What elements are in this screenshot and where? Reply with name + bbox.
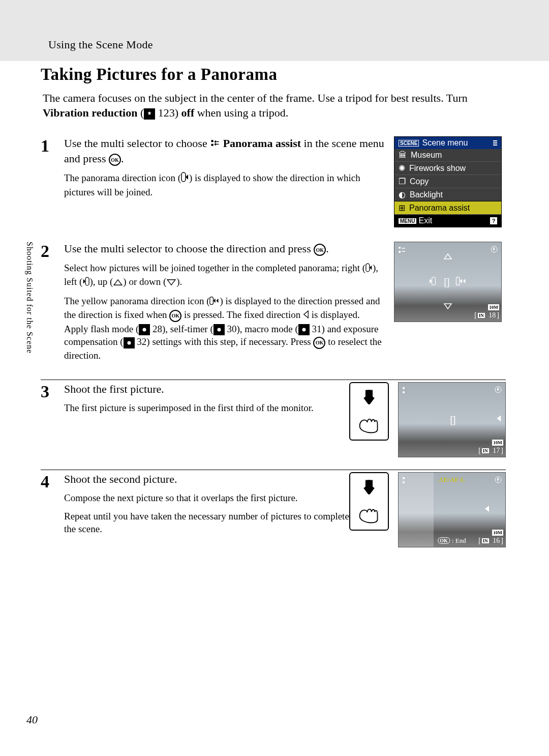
ok-button-icon: OK	[109, 154, 121, 166]
menu-scroll-icon	[493, 140, 497, 146]
page-number: 40	[26, 713, 38, 726]
svg-rect-9	[399, 251, 401, 253]
step-2-desc-2: The yellow panorama direction icon () is…	[64, 295, 385, 362]
image-size-badge: 10M	[492, 530, 503, 536]
menu-item-copy[interactable]: ❐Copy	[394, 175, 501, 188]
fireworks-icon: ✺	[399, 163, 405, 173]
menu-item-fireworks[interactable]: ✺Fireworks show	[394, 162, 501, 175]
ref-icon	[298, 324, 310, 335]
ae-af-lock-label: AE/AF-L	[439, 476, 465, 484]
svg-rect-17	[365, 480, 373, 490]
flash-auto-icon	[494, 476, 502, 484]
dir-right-icon	[484, 505, 490, 515]
svg-point-5	[217, 328, 221, 332]
svg-point-4	[143, 328, 146, 332]
focus-brackets-icon: [ ]	[450, 414, 453, 425]
ok-button-icon: OK	[314, 244, 326, 256]
dir-down-icon	[444, 302, 452, 311]
direction-down-icon	[166, 276, 176, 289]
dir-left-icon	[429, 276, 436, 287]
shot-count: [IN 18]	[474, 311, 499, 319]
shutter-press-illustration	[349, 382, 389, 441]
section-header: Using the Scene Mode	[48, 38, 153, 51]
shutter-press-illustration	[349, 472, 389, 531]
panorama-mode-icon	[402, 386, 411, 395]
ref-icon	[139, 324, 150, 335]
scene-menu-footer: MENUExit ?	[394, 215, 501, 227]
side-tab-label: Shooting Suited for the Scene	[23, 231, 34, 364]
focus-brackets-icon: [ ]	[444, 276, 447, 288]
step-number: 4	[41, 472, 64, 490]
backlight-icon: ◐	[399, 190, 406, 199]
direction-yellow-icon	[209, 296, 220, 309]
step-1-title: Use the multi selector to choose Panoram…	[64, 136, 385, 166]
menu-button-label: MENU	[399, 218, 416, 224]
scene-menu: SCENEScene menu 🏛Museum ✺Fireworks show …	[394, 136, 502, 227]
panorama-icon	[210, 137, 220, 152]
step-4: 4 Shoot the second picture. Compose the …	[41, 470, 506, 547]
step-2-desc-1: Select how pictures will be joined toget…	[64, 261, 385, 289]
shot-count: [IN 16]	[478, 537, 503, 545]
help-icon: ?	[490, 217, 497, 224]
panorama-assist-icon: ⊞	[399, 203, 405, 213]
intro-text: The camera focuses on the subject in the…	[41, 91, 506, 120]
menu-item-panorama[interactable]: ⊞Panorama assist	[394, 201, 501, 215]
shot-count: [IN 17]	[478, 447, 503, 455]
svg-rect-8	[399, 247, 401, 249]
scene-badge: SCENE	[399, 140, 419, 147]
svg-rect-15	[403, 391, 405, 393]
panorama-mode-icon	[398, 245, 407, 254]
step-4-desc-1: Compose the next picture so that it over…	[64, 491, 349, 505]
svg-rect-1	[366, 264, 370, 272]
ok-end-label: OK: End	[438, 537, 466, 545]
direction-up-icon	[113, 276, 123, 289]
overlap-overlay	[399, 473, 434, 547]
setup-ref-icon	[144, 108, 155, 120]
menu-item-backlight[interactable]: ◐Backlight	[394, 188, 501, 201]
museum-icon: 🏛	[399, 151, 407, 160]
step-3-title: Shoot the first picture.	[64, 382, 349, 397]
copy-icon: ❐	[399, 177, 406, 186]
camera-preview-direction: [ ] 10M [IN 18]	[394, 242, 502, 322]
flash-auto-icon	[494, 386, 502, 394]
image-size-badge: 10M	[488, 304, 499, 310]
ref-icon	[214, 324, 225, 335]
step-4-title: Shoot the second picture.	[64, 472, 349, 487]
ref-icon	[124, 337, 135, 348]
svg-rect-2	[86, 277, 89, 285]
step-number: 1	[41, 136, 64, 155]
svg-point-7	[127, 341, 131, 344]
step-number: 2	[41, 242, 64, 260]
step-4-desc-2: Repeat until you have taken the necessar…	[64, 510, 349, 536]
dir-right-icon	[496, 415, 502, 425]
camera-preview-shot1: [ ] 10M [IN 17]	[398, 382, 506, 457]
svg-point-6	[302, 328, 306, 332]
direction-left-icon	[82, 276, 89, 289]
direction-right-icon	[181, 172, 189, 186]
step-2: 2 Use the multi selector to choose the d…	[41, 240, 506, 367]
svg-rect-12	[456, 277, 460, 285]
step-1: 1 Use the multi selector to choose Panor…	[41, 134, 506, 227]
svg-rect-3	[210, 297, 214, 304]
svg-rect-13	[365, 390, 373, 400]
svg-rect-14	[403, 387, 405, 389]
step-1-desc: The panorama direction icon () is displa…	[64, 171, 385, 199]
image-size-badge: 10M	[492, 440, 503, 446]
direction-right-icon	[365, 263, 373, 276]
camera-preview-shot2: AE/AF-L OK: End 10M [IN 16]	[398, 472, 506, 547]
page-title: Taking Pictures for a Panorama	[41, 65, 506, 84]
scene-menu-header: SCENEScene menu	[394, 137, 501, 149]
ok-button-icon: OK	[313, 337, 325, 349]
ok-button-icon: OK	[169, 310, 181, 322]
svg-rect-0	[181, 172, 186, 182]
step-number: 3	[41, 382, 64, 400]
menu-item-museum[interactable]: 🏛Museum	[394, 149, 501, 162]
svg-rect-11	[432, 277, 435, 285]
step-2-title: Use the multi selector to choose the dir…	[64, 242, 385, 256]
step-3-desc: The first picture is superimposed in the…	[64, 401, 349, 415]
direction-fixed-icon	[303, 309, 309, 323]
dir-right-selected-icon	[456, 276, 467, 287]
dir-up-icon	[444, 252, 452, 261]
flash-auto-icon	[490, 245, 498, 253]
step-3: 3 Shoot the first picture. The first pic…	[41, 380, 506, 457]
